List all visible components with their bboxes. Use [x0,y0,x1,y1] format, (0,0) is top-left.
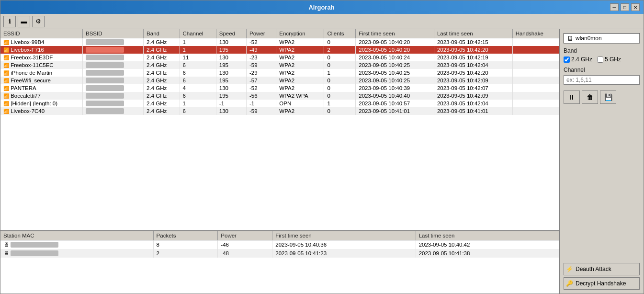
cell-station-power: -46 [218,240,272,249]
icon-buttons-row: ⏸ 🗑 💾 [564,90,640,104]
cell-band: 2.4 GHz [144,92,180,100]
cell-station-first-seen: 2023-09-05 10:41:23 [272,249,416,258]
channel-input[interactable] [564,75,640,85]
col-clients: Clients [324,29,356,38]
wifi-icon: 📶 [3,86,9,91]
main-window: Airgorah ─ □ ✕ ℹ ▬ ⚙ ESSID [0,0,644,294]
cell-bssid [83,46,144,54]
cell-channel: 4 [180,84,216,92]
interface-icon: 🖥 [567,34,574,42]
band-5-label[interactable]: 5 GHz [597,56,621,63]
table-row[interactable]: 📶 Livebox-99B4 2.4 GHz 1 130 -52 WPA2 0 … [0,38,559,46]
band-24-checkbox[interactable] [564,57,570,63]
maximize-button[interactable]: □ [621,3,629,11]
cell-clients: 0 [324,38,356,46]
cell-encryption: WPA2 [276,77,324,84]
table-row[interactable]: 📶 Livebox-7C40 2.4 GHz 6 130 -59 WPA2 0 … [0,107,559,115]
cell-power: -1 [247,100,276,107]
info-icon: ℹ [9,18,11,25]
cell-clients: 0 [324,92,356,100]
cell-essid: 📶 Freebox-11C5EC [0,61,83,69]
table-row[interactable]: 📶 Freebox-31E3DF 2.4 GHz 11 130 -23 WPA2… [0,54,559,61]
terminal-icon: ▬ [21,18,27,25]
band-24-label[interactable]: 2.4 GHz [564,56,592,63]
cell-station-power: -48 [218,249,272,258]
cell-encryption: WPA2 [276,38,324,46]
cell-handshake [512,107,559,115]
window-title: Airgorah [33,4,610,11]
band-5-checkbox[interactable] [597,57,603,63]
wifi-icon: 📶 [3,63,9,68]
deauth-attack-button[interactable]: ⚡ Deauth Attack [564,263,640,275]
settings-button[interactable]: ⚙ [32,16,45,27]
col-first-seen: First time seen [356,29,434,38]
close-button[interactable]: ✕ [631,3,640,11]
col-packets: Packets [153,231,218,240]
pause-button[interactable]: ⏸ [564,90,580,104]
table-row[interactable]: 📶 FreeWifi_secure 2.4 GHz 6 195 -57 WPA2… [0,77,559,84]
networks-table-container[interactable]: ESSID BSSID Band Channel Speed Power Enc… [0,29,559,231]
networks-tbody: 📶 Livebox-99B4 2.4 GHz 1 130 -52 WPA2 0 … [0,38,559,115]
col-channel: Channel [180,29,216,38]
table-row[interactable]: 📶 PANTERA 2.4 GHz 4 130 -52 WPA2 0 2023-… [0,84,559,92]
cell-band: 2.4 GHz [144,100,180,107]
cell-first-seen: 2023-09-05 10:40:25 [356,77,434,84]
cell-handshake [512,54,559,61]
list-item[interactable]: 🖥 2 -48 2023-09-05 10:41:23 2023-09-05 1… [0,249,559,258]
list-item[interactable]: 🖥 8 -46 2023-09-05 10:40:36 2023-09-05 1… [0,240,559,249]
cell-band: 2.4 GHz [144,54,180,61]
cell-essid: 📶 PANTERA [0,84,83,92]
minimize-button[interactable]: ─ [610,3,619,11]
cell-essid: 📶 Boccaletti77 [0,92,83,100]
cell-station-last-seen: 2023-09-05 10:41:38 [416,249,559,258]
cell-speed: 130 [216,69,246,77]
cell-channel: 6 [180,92,216,100]
cell-encryption: WPA2 [276,69,324,77]
cell-bssid [83,84,144,92]
band-label: Band [564,47,640,54]
info-button[interactable]: ℹ [3,16,16,27]
channel-label: Channel [564,67,640,73]
left-panel: ESSID BSSID Band Channel Speed Power Enc… [0,29,560,294]
cell-channel: 6 [180,77,216,84]
cell-band: 2.4 GHz [144,107,180,115]
stations-table: Station MAC Packets Power First time see… [0,231,559,258]
band-row: 2.4 GHz 5 GHz [564,56,640,63]
table-row[interactable]: 📶 Boccaletti77 2.4 GHz 6 195 -56 WPA2 WP… [0,92,559,100]
table-row[interactable]: 📶 Livebox-F716 2.4 GHz 1 195 -49 WPA2 2 … [0,46,559,54]
networks-table-header: ESSID BSSID Band Channel Speed Power Enc… [0,29,559,38]
cell-encryption: WPA2 [276,84,324,92]
titlebar: Airgorah ─ □ ✕ [0,0,644,14]
cell-first-seen: 2023-09-05 10:40:20 [356,38,434,46]
decrypt-handshake-button[interactable]: 🔑 Decrypt Handshake [564,277,640,290]
cell-station-mac: 🖥 [0,249,153,258]
stations-tbody: 🖥 8 -46 2023-09-05 10:40:36 2023-09-05 1… [0,240,559,258]
cell-handshake [512,92,559,100]
cell-band: 2.4 GHz [144,38,180,46]
table-row[interactable]: 📶 iPhone de Martin 2.4 GHz 6 130 -29 WPA… [0,69,559,77]
cell-essid: 📶 iPhone de Martin [0,69,83,77]
cell-handshake [512,61,559,69]
cell-channel: 1 [180,38,216,46]
cell-first-seen: 2023-09-05 10:40:25 [356,61,434,69]
delete-button[interactable]: 🗑 [582,90,598,104]
cell-first-seen: 2023-09-05 10:40:25 [356,69,434,77]
cell-power: -52 [247,84,276,92]
table-row[interactable]: 📶 Freebox-11C5EC 2.4 GHz 6 195 -59 WPA2 … [0,61,559,69]
cell-speed: 195 [216,77,246,84]
cell-last-seen: 2023-09-05 10:42:20 [434,46,512,54]
wifi-icon: 📶 [3,93,9,99]
cell-channel: 11 [180,54,216,61]
col-encryption: Encryption [276,29,324,38]
cell-encryption: WPA2 [276,61,324,69]
terminal-button[interactable]: ▬ [18,16,30,27]
stations-table-header: Station MAC Packets Power First time see… [0,231,559,240]
channel-section: Channel [564,67,640,85]
cell-essid: 📶 FreeWifi_secure [0,77,83,84]
table-row[interactable]: 📶 [Hidden] (length: 0) 2.4 GHz 1 -1 -1 O… [0,100,559,107]
cell-channel: 6 [180,61,216,69]
interface-section: 🖥 wlan0mon [564,33,640,44]
save-button[interactable]: 💾 [600,90,616,104]
deauth-icon: ⚡ [566,266,573,272]
decrypt-label: Decrypt Handshake [576,280,626,287]
